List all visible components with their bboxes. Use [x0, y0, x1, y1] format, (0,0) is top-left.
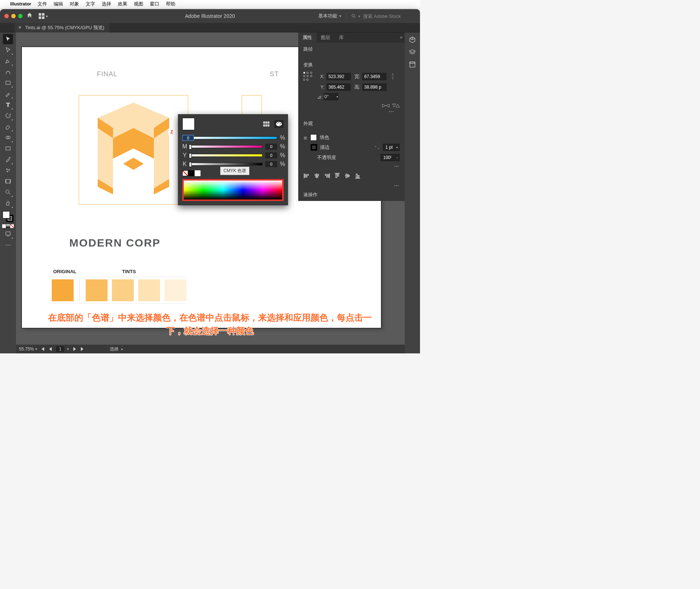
slider-value-C[interactable]: [182, 135, 194, 141]
svg-rect-44: [410, 62, 415, 63]
3d-panel-icon[interactable]: [409, 36, 416, 43]
zoom-tool[interactable]: [3, 187, 13, 197]
layers-panel-icon[interactable]: [409, 49, 416, 56]
transform-options-button[interactable]: ⋯: [303, 108, 400, 115]
menu-select[interactable]: 选择: [98, 1, 114, 7]
flip-vertical-button[interactable]: ▽△: [392, 102, 400, 108]
align-left-button[interactable]: [303, 173, 310, 179]
slider-track-K[interactable]: [190, 163, 262, 166]
white-color-button[interactable]: [195, 170, 201, 176]
gradient-tool[interactable]: [3, 143, 13, 154]
slider-value-Y[interactable]: [265, 152, 277, 158]
arrange-documents-button[interactable]: ▾: [39, 13, 48, 19]
shape-builder-tool[interactable]: [3, 132, 13, 143]
svg-rect-47: [268, 121, 269, 124]
slider-track-Y[interactable]: [190, 154, 262, 157]
last-artboard-button[interactable]: [80, 346, 85, 352]
menu-edit[interactable]: 编辑: [50, 1, 66, 7]
paintbrush-tool[interactable]: [3, 89, 13, 99]
align-vcenter-button[interactable]: [344, 173, 351, 179]
selection-tool[interactable]: [3, 34, 13, 44]
menu-window[interactable]: 窗口: [147, 1, 163, 7]
tab-libraries[interactable]: 库: [335, 32, 348, 43]
libraries-panel-icon[interactable]: [409, 61, 416, 68]
slider-track-M[interactable]: [190, 145, 262, 148]
edit-toolbar-button[interactable]: ⋯: [3, 240, 13, 250]
adobe-stock-search[interactable]: ▾: [346, 13, 416, 19]
slider-value-K[interactable]: [265, 161, 277, 167]
hand-tool[interactable]: [3, 198, 13, 208]
artboard-tool[interactable]: [3, 176, 13, 186]
tab-layers[interactable]: 图层: [316, 32, 335, 43]
color-mixer-view-button[interactable]: [274, 120, 284, 128]
opacity-input[interactable]: ›: [381, 154, 400, 161]
svg-rect-26: [305, 174, 308, 175]
app-name-menu[interactable]: Illustrator: [7, 1, 34, 7]
svg-marker-22: [123, 158, 144, 170]
reference-point-selector[interactable]: [303, 72, 313, 81]
workspace-dropdown[interactable]: 基本功能▾: [318, 13, 341, 19]
screen-mode-button[interactable]: [3, 229, 13, 239]
eyedropper-tool[interactable]: [3, 154, 13, 164]
color-spectrum[interactable]: [182, 179, 284, 201]
first-artboard-button[interactable]: [40, 346, 45, 352]
swatch-tint-2: [112, 279, 134, 301]
artboard-number[interactable]: 1: [56, 346, 65, 352]
eraser-tool[interactable]: [3, 121, 13, 132]
swatches-view-button[interactable]: [262, 120, 271, 128]
fill-stroke-indicator[interactable]: [3, 211, 13, 222]
menu-view[interactable]: 视图: [131, 1, 147, 7]
next-artboard-button[interactable]: [72, 346, 77, 352]
menu-help[interactable]: 帮助: [163, 1, 179, 7]
x-input[interactable]: [327, 73, 351, 80]
curvature-tool[interactable]: [3, 67, 13, 77]
y-input[interactable]: [327, 84, 351, 91]
rotate-tool[interactable]: [3, 111, 13, 121]
list-view-icon[interactable]: ≣: [303, 135, 307, 140]
symbol-sprayer-tool[interactable]: [3, 165, 13, 175]
constrain-proportions-icon[interactable]: [390, 72, 395, 81]
menu-type[interactable]: 文字: [82, 1, 98, 7]
menu-object[interactable]: 对象: [66, 1, 82, 7]
traffic-lights: [4, 14, 23, 18]
fill-swatch[interactable]: [310, 134, 317, 141]
color-popover: C%M%Y%K%: [178, 114, 288, 205]
h-input[interactable]: [362, 84, 386, 91]
prev-artboard-button[interactable]: [48, 346, 53, 352]
minimize-window-button[interactable]: [11, 14, 16, 18]
pen-tool[interactable]: [3, 56, 13, 66]
slider-track-C[interactable]: [190, 136, 277, 139]
appearance-options-button[interactable]: ⋯: [298, 163, 405, 170]
tab-properties[interactable]: 属性: [298, 32, 316, 43]
direct-selection-tool[interactable]: [3, 45, 13, 55]
home-button[interactable]: [26, 12, 33, 20]
zoom-dropdown[interactable]: 55.75% ▾: [19, 346, 37, 352]
flip-horizontal-button[interactable]: ▷◁: [382, 102, 389, 108]
type-tool[interactable]: [3, 100, 13, 110]
align-options-button[interactable]: ⋯: [298, 182, 405, 189]
stroke-swatch[interactable]: [311, 144, 317, 151]
align-right-button[interactable]: [324, 173, 330, 179]
color-mode-buttons[interactable]: [2, 224, 14, 228]
fullscreen-window-button[interactable]: [18, 14, 23, 18]
close-tab-icon[interactable]: ✕: [18, 25, 22, 30]
popover-fill-swatch[interactable]: [182, 118, 195, 130]
align-bottom-button[interactable]: [354, 173, 361, 179]
rotate-input[interactable]: 0°▾: [324, 93, 338, 100]
rectangle-tool[interactable]: [3, 78, 13, 88]
close-window-button[interactable]: [4, 14, 9, 18]
document-tab[interactable]: ✕ Tints.ai @ 55.75% (CMYK/GPU 预览): [15, 23, 109, 32]
stroke-weight-input[interactable]: ▾: [383, 144, 400, 151]
svg-line-1: [354, 17, 355, 18]
menu-file[interactable]: 文件: [34, 1, 50, 7]
menu-effect[interactable]: 效果: [114, 1, 131, 7]
none-color-button[interactable]: [182, 170, 188, 176]
black-color-button[interactable]: [188, 170, 194, 176]
align-hcenter-button[interactable]: [314, 173, 320, 179]
align-top-button[interactable]: [334, 173, 341, 179]
w-input[interactable]: [362, 73, 386, 80]
panel-collapse-button[interactable]: »: [398, 32, 405, 43]
slider-value-M[interactable]: [265, 144, 277, 150]
stroke-label: 描边: [320, 144, 330, 151]
stock-search-input[interactable]: [362, 13, 413, 19]
